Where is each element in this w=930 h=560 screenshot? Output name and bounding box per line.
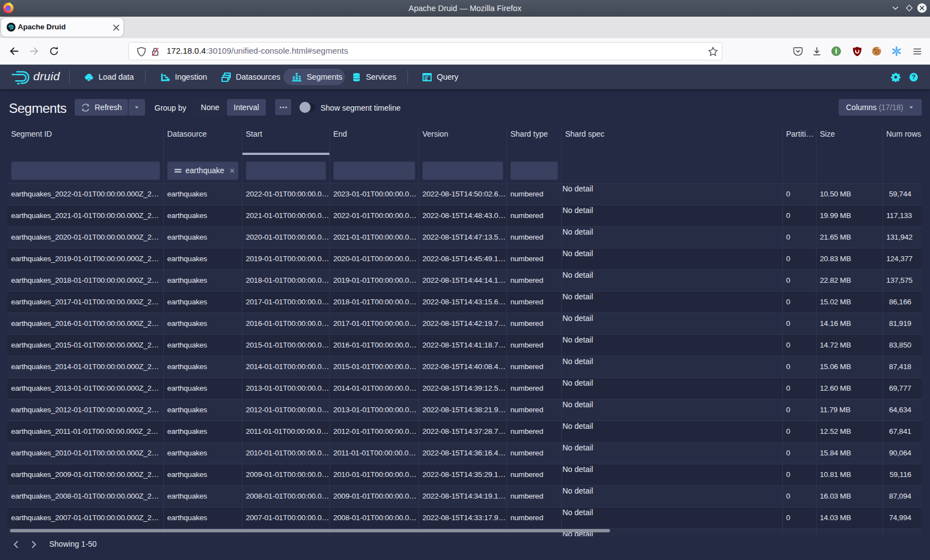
svg-text:?: ? <box>912 74 916 80</box>
